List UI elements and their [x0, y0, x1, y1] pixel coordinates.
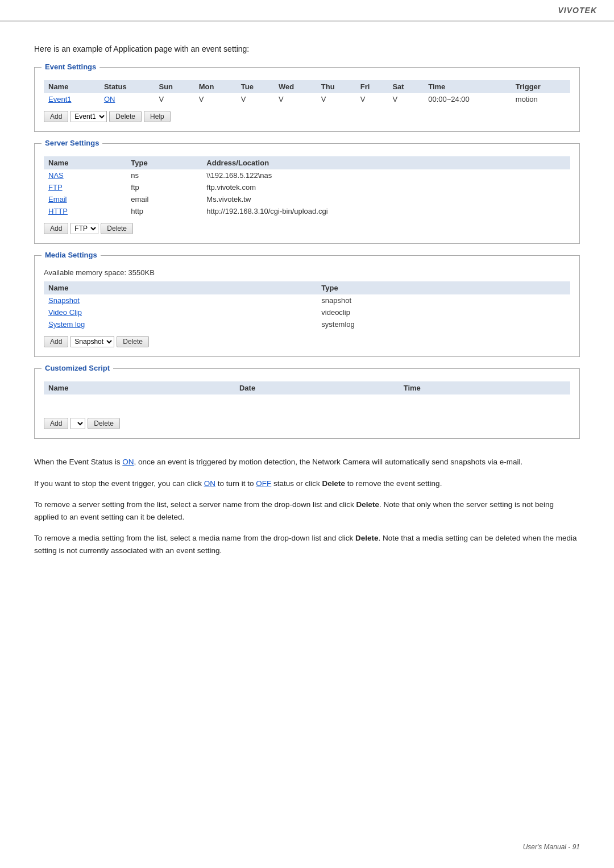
customized-script-panel: Customized Script Name Date Time Add	[34, 368, 580, 439]
server-name-link[interactable]: FTP	[48, 183, 63, 192]
media-select[interactable]: Snapshot	[70, 336, 114, 347]
server-address: \\192.168.5.122\nas	[202, 169, 570, 181]
col-header-fri: Fri	[356, 80, 388, 93]
event-time: 00:00~24:00	[424, 93, 511, 105]
media-settings-table: Name Type Snapshot snapshot Video Clip v…	[44, 281, 570, 330]
server-type: ns	[126, 169, 202, 181]
script-controls: Add Delete	[44, 418, 570, 429]
on-link-1[interactable]: ON	[122, 458, 134, 466]
media-col-name: Name	[44, 281, 317, 294]
event-tue: V	[237, 93, 274, 105]
paragraph-4: To remove a media setting from the list,…	[34, 532, 580, 556]
off-link[interactable]: OFF	[256, 479, 271, 488]
media-delete-button[interactable]: Delete	[117, 336, 149, 347]
server-address: Ms.vivotek.tw	[202, 193, 570, 205]
server-address: ftp.vivotek.com	[202, 181, 570, 193]
event-add-button[interactable]: Add	[44, 111, 68, 122]
delete-bold-1: Delete	[322, 479, 346, 488]
server-name-link[interactable]: Email	[48, 195, 67, 203]
col-header-sat: Sat	[388, 80, 424, 93]
event-delete-button[interactable]: Delete	[109, 111, 142, 122]
server-settings-table: Name Type Address/Location NAS ns \\192.…	[44, 156, 570, 217]
media-type: snapshot	[317, 294, 570, 306]
event-wed: V	[274, 93, 317, 105]
server-delete-button[interactable]: Delete	[101, 223, 133, 234]
event-settings-panel: Event Settings Name Status Sun Mon Tue W…	[34, 67, 580, 132]
script-select[interactable]	[70, 418, 85, 429]
media-name-link[interactable]: System log	[48, 320, 85, 329]
col-header-name: Name	[44, 80, 99, 93]
main-content: Here is an example of Application page w…	[0, 22, 614, 589]
table-row: FTP ftp ftp.vivotek.com	[44, 181, 570, 193]
event-status-link[interactable]: ON	[104, 95, 115, 103]
col-header-sun: Sun	[154, 80, 194, 93]
script-col-date: Date	[235, 381, 399, 394]
media-settings-panel: Media Settings Available memory space: 3…	[34, 255, 580, 357]
event-thu: V	[317, 93, 356, 105]
server-col-address: Address/Location	[202, 156, 570, 169]
event-name-link[interactable]: Event1	[48, 95, 71, 103]
memory-info: Available memory space: 3550KB	[44, 268, 570, 277]
server-select[interactable]: FTP	[70, 223, 98, 234]
event-sun: V	[154, 93, 194, 105]
media-type: systemlog	[317, 318, 570, 330]
table-row: NAS ns \\192.168.5.122\nas	[44, 169, 570, 181]
footer-page-number: User's Manual - 91	[523, 843, 580, 851]
delete-bold-3: Delete	[355, 534, 379, 542]
col-header-time: Time	[424, 80, 511, 93]
script-add-button[interactable]: Add	[44, 418, 68, 429]
server-type: email	[126, 193, 202, 205]
event-settings-title: Event Settings	[42, 63, 99, 71]
server-name-link[interactable]: HTTP	[48, 207, 68, 215]
event-select[interactable]: Event1	[70, 111, 107, 122]
event-mon: V	[194, 93, 237, 105]
media-col-type: Type	[317, 281, 570, 294]
media-type: videoclip	[317, 306, 570, 318]
paragraph-1: When the Event Status is ON, once an eve…	[34, 456, 580, 468]
server-settings-title: Server Settings	[42, 139, 102, 147]
table-row: System log systemlog	[44, 318, 570, 330]
delete-bold-2: Delete	[356, 500, 379, 509]
paragraph-3: To remove a server setting from the list…	[34, 499, 580, 523]
server-name-link[interactable]: NAS	[48, 171, 64, 180]
brand-logo: VIVOTEK	[558, 6, 597, 15]
server-col-type: Type	[126, 156, 202, 169]
col-header-tue: Tue	[237, 80, 274, 93]
table-row: Snapshot snapshot	[44, 294, 570, 306]
col-header-mon: Mon	[194, 80, 237, 93]
event-trigger: motion	[511, 93, 570, 105]
server-type: http	[126, 205, 202, 217]
media-settings-title: Media Settings	[42, 251, 101, 259]
table-row: Video Clip videoclip	[44, 306, 570, 318]
intro-text: Here is an example of Application page w…	[34, 44, 580, 53]
event-help-button[interactable]: Help	[144, 111, 171, 122]
server-controls: Add FTP Delete	[44, 223, 570, 234]
table-row: Event1 ON V V V V V V V 00:00~24:00 moti…	[44, 93, 570, 105]
server-address: http://192.168.3.10/cgi-bin/upload.cgi	[202, 205, 570, 217]
script-delete-button[interactable]: Delete	[88, 418, 120, 429]
script-col-name: Name	[44, 381, 235, 394]
media-controls: Add Snapshot Delete	[44, 336, 570, 347]
server-type: ftp	[126, 181, 202, 193]
script-col-time: Time	[399, 381, 570, 394]
table-row	[44, 394, 570, 412]
server-col-name: Name	[44, 156, 126, 169]
col-header-thu: Thu	[317, 80, 356, 93]
media-add-button[interactable]: Add	[44, 336, 68, 347]
on-link-2[interactable]: ON	[204, 479, 215, 488]
col-header-status: Status	[99, 80, 155, 93]
event-sat: V	[388, 93, 424, 105]
header-bar: VIVOTEK	[0, 0, 614, 22]
table-row: HTTP http http://192.168.3.10/cgi-bin/up…	[44, 205, 570, 217]
col-header-wed: Wed	[274, 80, 317, 93]
customized-script-title: Customized Script	[42, 364, 113, 372]
customized-script-table: Name Date Time	[44, 381, 570, 412]
event-controls: Add Event1 Delete Help	[44, 111, 570, 122]
media-name-link[interactable]: Snapshot	[48, 296, 80, 305]
table-row: Email email Ms.vivotek.tw	[44, 193, 570, 205]
server-settings-panel: Server Settings Name Type Address/Locati…	[34, 143, 580, 244]
event-settings-table: Name Status Sun Mon Tue Wed Thu Fri Sat …	[44, 80, 570, 105]
media-name-link[interactable]: Video Clip	[48, 308, 82, 317]
server-add-button[interactable]: Add	[44, 223, 68, 234]
col-header-trigger: Trigger	[511, 80, 570, 93]
